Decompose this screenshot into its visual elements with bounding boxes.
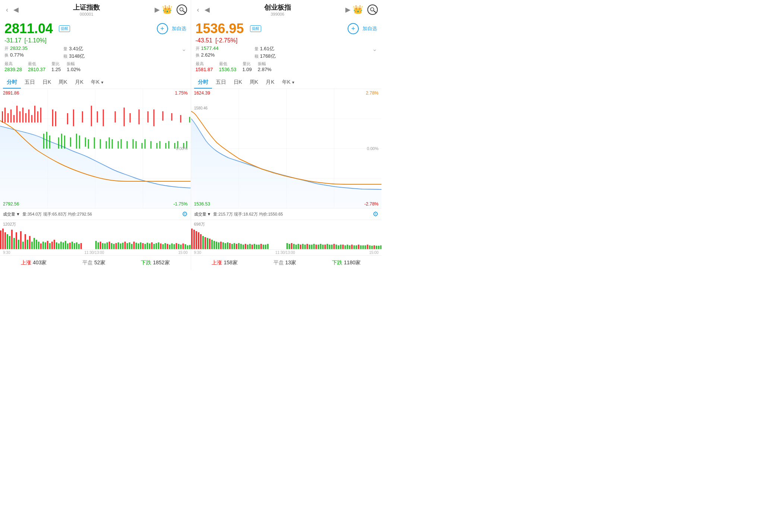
left-time-start: 9:30 (3, 251, 10, 255)
left-stat-up-count: 403家 (33, 259, 47, 266)
right-amp-value: 2.87% (258, 67, 272, 72)
right-tab-niank[interactable]: 年K▼ (278, 76, 299, 89)
svg-text:1580.46: 1580.46 (194, 106, 208, 110)
svg-rect-225 (342, 245, 343, 249)
right-add-button[interactable]: + (348, 23, 359, 34)
left-chart[interactable]: 2891.86 1.75% 0.00% 2792.56 -1.75% (0, 89, 191, 208)
svg-rect-111 (95, 241, 97, 249)
svg-rect-61 (156, 143, 158, 149)
svg-rect-178 (220, 242, 221, 249)
left-alert-button[interactable]: 提醒 (59, 25, 70, 32)
svg-rect-169 (200, 234, 201, 249)
right-vol-dropdown[interactable]: 成交量 ▼ (194, 211, 211, 217)
right-watchlist-button[interactable]: 加自选 (362, 25, 377, 32)
svg-rect-88 (31, 242, 33, 249)
left-volume-chart[interactable]: 1202万 (0, 220, 191, 249)
left-tab-yuek[interactable]: 月K (71, 76, 87, 89)
right-tab-wuri[interactable]: 五日 (212, 76, 230, 89)
right-tab-fenshi[interactable]: 分时 (194, 76, 212, 89)
svg-rect-86 (27, 240, 28, 249)
right-crown-icon[interactable]: 👑 (353, 5, 363, 15)
right-alert-button[interactable]: 提醒 (250, 25, 261, 32)
svg-rect-191 (249, 244, 250, 249)
left-settings-icon[interactable]: ⚙ (182, 210, 188, 218)
left-stat-flat-label: 平盘 (82, 259, 93, 266)
right-volume-chart[interactable]: 698万 (191, 220, 382, 249)
svg-rect-10 (4, 108, 6, 122)
left-tab-fenshi[interactable]: 分时 (3, 76, 21, 89)
left-open-label: 开 (4, 46, 9, 51)
svg-rect-227 (346, 245, 348, 249)
right-tab-zhouk[interactable]: 周K (246, 76, 262, 89)
svg-rect-193 (253, 244, 255, 249)
right-amt-label: 额 (254, 54, 259, 59)
left-tab-niank[interactable]: 年K▼ (87, 76, 108, 89)
left-tab-rik[interactable]: 日K (39, 76, 55, 89)
left-prev-arrow[interactable]: ◀ (11, 6, 21, 14)
svg-rect-224 (340, 245, 341, 249)
svg-rect-30 (64, 136, 65, 149)
svg-rect-66 (171, 113, 172, 121)
svg-rect-11 (7, 113, 9, 122)
left-vol-value: 3.41亿 (69, 45, 83, 52)
right-niank-arrow: ▼ (291, 80, 295, 85)
left-next-arrow[interactable]: ▶ (152, 6, 162, 14)
right-chart[interactable]: 1624.39 2.78% 0.00% 1536.53 -2.78% (191, 89, 382, 208)
left-detail-volume: 量 3.41亿 额 3148亿 (63, 45, 122, 60)
right-tab-yuek[interactable]: 月K (262, 76, 278, 89)
svg-rect-190 (247, 245, 248, 249)
left-stat-flat: 平盘 52家 (82, 259, 105, 266)
svg-rect-175 (213, 241, 215, 249)
svg-rect-219 (329, 245, 330, 249)
left-amp-item: 振幅 1.02% (67, 61, 80, 72)
right-next-arrow[interactable]: ▶ (343, 6, 353, 14)
left-crown-icon[interactable]: 👑 (162, 5, 172, 15)
left-tabs: 分时 五日 日K 周K 月K 年K▼ (0, 76, 191, 89)
left-add-button[interactable]: + (157, 23, 168, 34)
svg-rect-207 (302, 244, 303, 249)
right-high-label: 最高 (196, 61, 213, 67)
right-vol-label: 量 (254, 46, 259, 52)
svg-rect-78 (9, 236, 10, 249)
svg-rect-57 (145, 139, 146, 149)
left-tab-wuri[interactable]: 五日 (21, 76, 39, 89)
svg-rect-118 (111, 243, 113, 249)
svg-rect-99 (56, 242, 57, 249)
left-vol-dropdown[interactable]: 成交量 ▼ (3, 211, 20, 217)
left-index-code: 000001 (21, 12, 152, 16)
svg-rect-222 (335, 245, 337, 249)
svg-rect-48 (118, 141, 119, 149)
svg-rect-76 (4, 232, 6, 249)
left-stat-down-count: 1852家 (153, 259, 170, 266)
svg-rect-36 (82, 111, 83, 122)
left-chart-top-left: 2891.86 (3, 90, 19, 96)
left-tab-zhouk[interactable]: 周K (55, 76, 71, 89)
svg-rect-180 (224, 243, 226, 249)
svg-rect-147 (176, 243, 177, 249)
svg-rect-93 (42, 242, 44, 249)
svg-rect-142 (165, 243, 166, 249)
right-detail-volume: 量 1.61亿 额 1768亿 (254, 45, 313, 60)
svg-rect-215 (320, 244, 321, 249)
right-main-price: 1536.95 (196, 21, 244, 36)
svg-rect-56 (142, 143, 143, 149)
left-back-arrow[interactable]: ‹ (4, 6, 10, 14)
svg-rect-182 (229, 243, 230, 249)
right-back-arrow[interactable]: ‹ (195, 6, 202, 14)
left-search-icon[interactable] (177, 4, 187, 15)
right-prev-arrow[interactable]: ◀ (202, 6, 212, 14)
left-expand-arrow[interactable]: ⌄ (181, 45, 186, 60)
right-stat-flat-count: 13家 (285, 259, 297, 266)
left-watchlist-button[interactable]: 加自选 (172, 25, 186, 32)
svg-rect-104 (67, 243, 69, 249)
svg-rect-133 (145, 244, 146, 249)
left-stat-up-label: 上涨 (21, 259, 31, 266)
svg-rect-80 (13, 238, 15, 249)
left-highlow: 最高 2839.28 最低 2810.37 量比 1.25 振幅 1.02% (4, 61, 186, 72)
left-panel: ‹ ◀ 上证指数 000001 ▶ 👑 2811.04 (0, 0, 191, 270)
right-search-icon[interactable] (367, 4, 378, 15)
right-settings-icon[interactable]: ⚙ (373, 210, 379, 218)
right-expand-arrow[interactable]: ⌄ (372, 45, 377, 60)
svg-rect-38 (88, 139, 89, 149)
right-tab-rik[interactable]: 日K (230, 76, 246, 89)
